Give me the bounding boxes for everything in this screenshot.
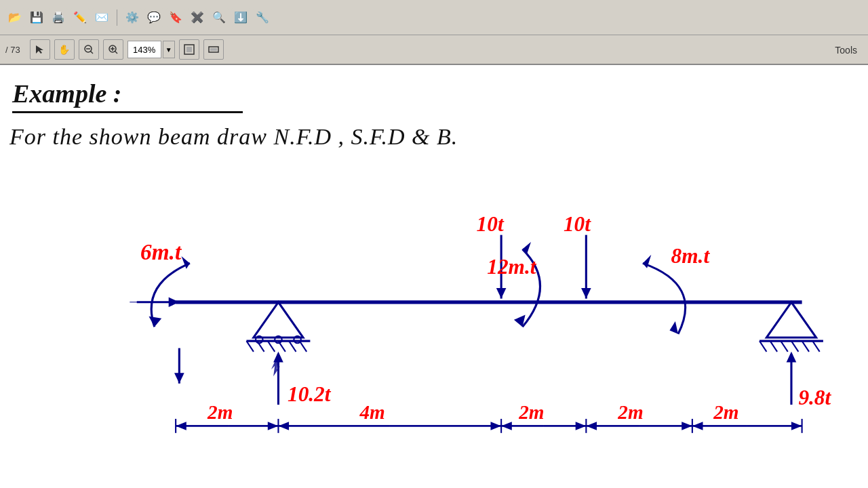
edit-icon[interactable]: ✏️ [71,8,90,27]
svg-line-2 [90,51,93,54]
svg-marker-40 [581,288,591,299]
email-icon[interactable]: ✉️ [92,8,111,27]
svg-marker-77 [576,422,587,430]
svg-marker-37 [496,288,507,299]
svg-line-26 [268,341,275,352]
document: Example : For the shown beam draw N.F.D … [0,65,868,488]
svg-text:12m.t: 12m.t [487,255,536,279]
close-icon[interactable]: ✖️ [188,8,207,27]
svg-line-24 [246,341,253,352]
svg-marker-57 [787,352,797,363]
title-underline [12,111,243,113]
svg-line-55 [812,341,819,352]
tools-icon[interactable]: 🔧 [253,8,272,27]
svg-line-54 [802,341,809,352]
svg-marker-81 [586,422,597,430]
svg-line-53 [791,341,798,352]
svg-marker-63 [176,422,186,430]
zoom-in-btn[interactable] [103,39,123,60]
svg-text:9.8t: 9.8t [798,386,831,409]
svg-marker-71 [490,422,501,430]
svg-marker-46 [669,321,678,334]
svg-text:2m: 2m [617,401,643,423]
svg-text:10t: 10t [564,212,591,236]
svg-marker-83 [682,422,692,430]
comment-icon[interactable]: 💬 [144,8,163,27]
svg-marker-20 [174,373,184,384]
zoom-input[interactable] [127,41,161,58]
settings-icon[interactable]: ⚙️ [123,8,142,27]
svg-text:10t: 10t [477,212,505,236]
page-info: / 73 [5,45,20,55]
svg-text:2m: 2m [518,401,544,423]
zoom-out-btn[interactable] [79,39,99,60]
open-icon[interactable]: 📂 [5,8,24,27]
svg-text:8m.t: 8m.t [671,244,711,268]
problem-text: For the shown beam draw N.F.D , S.F.D & … [9,124,861,150]
svg-marker-48 [766,302,816,338]
content-area: Example : For the shown beam draw N.F.D … [0,65,868,488]
svg-marker-75 [501,422,512,430]
svg-text:6m.t: 6m.t [140,239,182,264]
svg-text:2m: 2m [207,401,233,423]
svg-marker-18 [169,297,180,307]
svg-line-52 [781,341,787,352]
zoom-dropdown-btn[interactable]: ▼ [163,41,175,58]
print-icon[interactable]: 🖨️ [49,8,68,27]
svg-marker-22 [254,302,303,338]
beam-svg: 6m.t [27,163,841,448]
main-window: 📂 💾 🖨️ ✏️ ✉️ ⚙️ 💬 🔖 ✖️ 🔍 ⬇️ 🔧 / 73 ✋ ▼ [0,0,868,488]
beam-diagram: 6m.t [27,163,841,448]
zoom-control[interactable]: ▼ [127,41,175,58]
svg-line-51 [770,341,777,352]
toolbar-top: 📂 💾 🖨️ ✏️ ✉️ ⚙️ 💬 🔖 ✖️ 🔍 ⬇️ 🔧 [0,0,868,35]
example-title: Example : [12,79,861,108]
svg-marker-43 [522,242,531,255]
hand-tool-btn[interactable]: ✋ [54,39,75,60]
fit-page-btn[interactable] [179,39,199,60]
svg-line-29 [300,341,307,352]
separator-1 [117,9,117,26]
svg-text:10.2t: 10.2t [288,382,332,406]
download-icon[interactable]: ⬇️ [231,8,250,27]
svg-line-5 [115,51,117,54]
select-tool-btn[interactable] [30,39,50,60]
svg-rect-9 [186,47,192,52]
svg-marker-69 [278,422,289,430]
svg-marker-89 [791,422,802,430]
save-icon[interactable]: 💾 [27,8,46,27]
fit-width-btn[interactable] [203,39,224,60]
svg-marker-87 [692,422,703,430]
svg-line-50 [760,341,766,352]
toolbar-nav: / 73 ✋ ▼ Tools [0,35,868,65]
tools-menu-label[interactable]: Tools [824,35,868,65]
svg-text:4m: 4m [359,401,384,423]
search-icon[interactable]: 🔍 [210,8,229,27]
svg-marker-14 [149,317,161,327]
svg-marker-65 [268,422,279,430]
svg-marker-0 [36,45,43,54]
svg-marker-34 [273,352,283,363]
svg-text:2m: 2m [713,401,738,423]
svg-rect-11 [210,48,217,51]
bookmark-icon[interactable]: 🔖 [166,8,185,27]
